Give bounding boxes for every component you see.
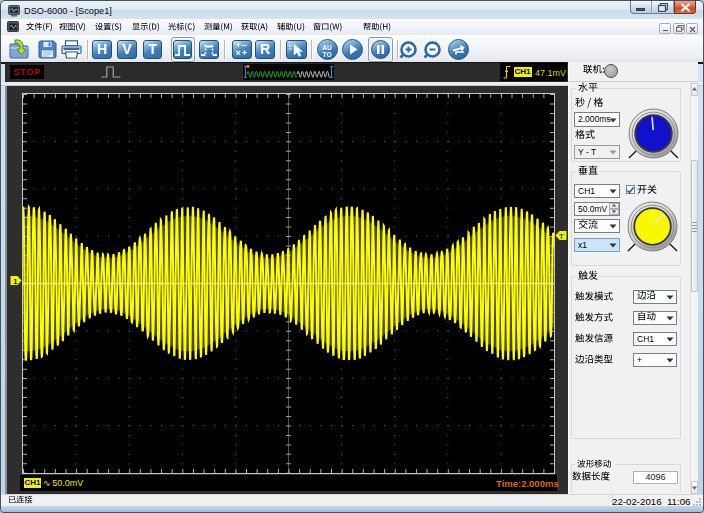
- svg-text:1: 1: [13, 277, 17, 286]
- svg-text:T: T: [559, 232, 564, 241]
